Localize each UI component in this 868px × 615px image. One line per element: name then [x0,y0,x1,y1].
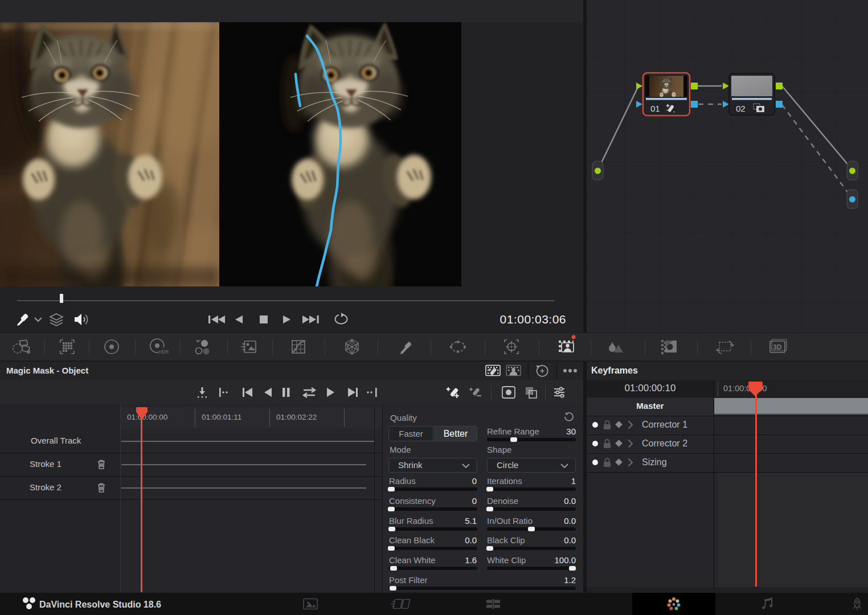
svg-text:DaVinci Resolve Studio 18.6: DaVinci Resolve Studio 18.6 [39,600,161,609]
svg-text:01: 01 [650,104,660,113]
svg-text:HDR: HDR [158,349,169,355]
svg-text:02: 02 [736,104,746,113]
svg-text:3D: 3D [773,343,782,351]
